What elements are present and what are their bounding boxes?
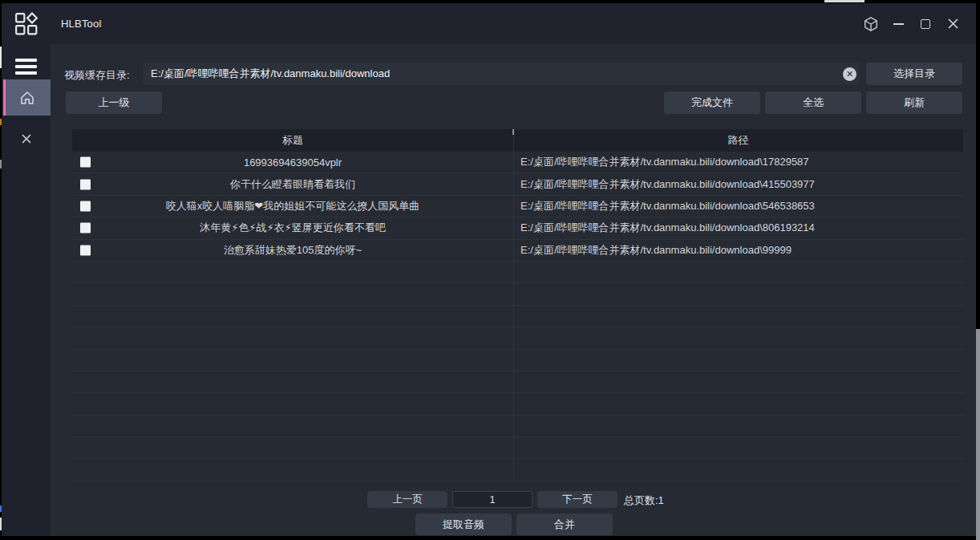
file-table: 标题 路径 16993694639054vplrE:/桌面/哔哩哔哩合并素材/t… <box>72 129 963 481</box>
table-row-empty <box>72 372 963 393</box>
app-window: HLBTool <box>2 3 976 536</box>
table-row-empty <box>72 393 963 415</box>
row-checkbox[interactable] <box>80 223 91 233</box>
clear-input-icon[interactable]: ✕ <box>843 67 856 81</box>
refresh-button[interactable]: 刷新 <box>866 91 962 114</box>
table-row-empty <box>72 459 963 481</box>
dir-input[interactable] <box>143 63 860 85</box>
row-checkbox[interactable] <box>80 157 91 168</box>
background-artifact <box>0 47 2 68</box>
prev-page-button[interactable]: 上一页 <box>367 491 447 508</box>
column-divider <box>513 129 514 480</box>
background-artifact <box>0 119 2 125</box>
table-row-empty <box>72 350 963 372</box>
row-checkbox[interactable] <box>80 245 91 255</box>
page-input[interactable] <box>452 491 533 508</box>
table-row: 你干什么瞪着眼睛看着我们E:/桌面/哔哩哔哩合并素材/tv.danmaku.bi… <box>72 173 963 195</box>
row-title: 治愈系甜妹热爱105度的你呀~ <box>224 243 362 258</box>
maximize-icon <box>921 19 930 29</box>
row-path: E:/桌面/哔哩哔哩合并素材/tv.danmaku.bili/download\… <box>520 177 815 192</box>
hamburger-icon <box>15 59 37 62</box>
table-body: 16993694639054vplrE:/桌面/哔哩哔哩合并素材/tv.danm… <box>72 152 963 481</box>
close-button[interactable] <box>941 12 965 36</box>
row-title: 16993694639054vplr <box>244 156 342 168</box>
row-path: E:/桌面/哔哩哔哩合并素材/tv.danmaku.bili/download\… <box>520 155 809 169</box>
minimize-icon <box>893 23 904 25</box>
row-path: E:/桌面/哔哩哔哩合并素材/tv.danmaku.bili/download\… <box>520 221 815 235</box>
titlebar: HLBTool <box>2 3 976 44</box>
table-row-empty <box>72 262 963 283</box>
table-row-empty <box>72 437 963 459</box>
background-artifact <box>0 505 2 512</box>
main-panel: 视频缓存目录: ✕ 选择目录 上一级 完成文件 全选 刷新 标题 路径 1699… <box>51 44 976 536</box>
sidebar <box>2 44 51 536</box>
table-row: 沐年黄⚡色⚡战⚡衣⚡竖屏更近你看不看吧E:/桌面/哔哩哔哩合并素材/tv.dan… <box>72 217 963 239</box>
column-header-title[interactable]: 标题 <box>72 133 513 148</box>
window-body: 视频缓存目录: ✕ 选择目录 上一级 完成文件 全选 刷新 标题 路径 1699… <box>2 44 976 536</box>
dir-label: 视频缓存目录: <box>64 68 130 83</box>
background-artifact <box>976 329 980 540</box>
home-icon <box>18 89 36 107</box>
table-row-empty <box>72 306 963 327</box>
window-title: HLBTool <box>61 18 102 30</box>
theme-cube-icon[interactable] <box>859 12 883 36</box>
row-checkbox[interactable] <box>80 201 91 211</box>
next-page-button[interactable]: 下一页 <box>537 491 618 508</box>
row-checkbox[interactable] <box>80 179 91 189</box>
column-header-path[interactable]: 路径 <box>513 133 963 148</box>
column-resize-handle[interactable] <box>512 129 514 135</box>
table-row: 16993694639054vplrE:/桌面/哔哩哔哩合并素材/tv.danm… <box>72 152 963 173</box>
up-level-button[interactable]: 上一级 <box>66 91 162 114</box>
row-title: 沐年黄⚡色⚡战⚡衣⚡竖屏更近你看不看吧 <box>200 221 386 235</box>
table-row-empty <box>72 327 963 349</box>
table-row-empty <box>72 283 963 305</box>
table-row: 治愈系甜妹热爱105度的你呀~E:/桌面/哔哩哔哩合并素材/tv.danmaku… <box>72 240 963 262</box>
background-artifact <box>0 160 2 168</box>
active-indicator <box>3 79 6 116</box>
table-row: 咬人猫x咬人喵胭脂❤我的姐姐不可能这么撩人国风单曲E:/桌面/哔哩哔哩合并素材/… <box>72 196 963 217</box>
x-icon <box>21 133 32 144</box>
row-path: E:/桌面/哔哩哔哩合并素材/tv.danmaku.bili/download\… <box>520 243 792 258</box>
background-artifact <box>824 0 865 2</box>
row-path: E:/桌面/哔哩哔哩合并素材/tv.danmaku.bili/download\… <box>520 199 815 213</box>
finished-files-button[interactable]: 完成文件 <box>664 91 760 114</box>
screen: HLBTool <box>0 0 980 540</box>
merge-button[interactable]: 合并 <box>516 514 613 535</box>
row-title: 咬人猫x咬人喵胭脂❤我的姐姐不可能这么撩人国风单曲 <box>166 199 419 213</box>
row-title: 你干什么瞪着眼睛看着我们 <box>230 177 355 192</box>
choose-dir-button[interactable]: 选择目录 <box>866 63 962 85</box>
menu-toggle-button[interactable] <box>15 59 37 78</box>
extract-audio-button[interactable]: 提取音频 <box>415 514 512 535</box>
select-all-button[interactable]: 全选 <box>765 91 861 114</box>
sidebar-item-home[interactable] <box>3 79 51 116</box>
close-icon <box>947 18 959 30</box>
app-logo-icon <box>14 12 38 36</box>
table-header: 标题 路径 <box>72 129 963 152</box>
maximize-button[interactable] <box>913 12 937 36</box>
sidebar-item-close[interactable] <box>2 124 51 153</box>
minimize-button[interactable] <box>886 12 910 36</box>
table-row-empty <box>72 416 963 437</box>
total-pages-label: 总页数:1 <box>624 493 664 508</box>
background-artifact <box>0 518 2 530</box>
